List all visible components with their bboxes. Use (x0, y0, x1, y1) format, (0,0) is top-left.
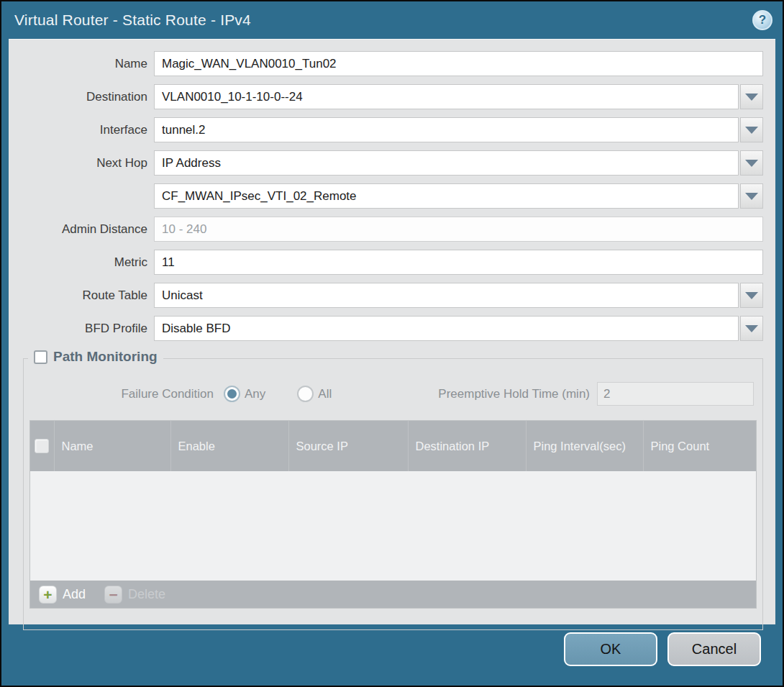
add-plus-icon: + (39, 586, 57, 604)
failure-condition-row: Failure Condition Any All Preemptive Hol… (29, 382, 754, 406)
static-route-dialog: Virtual Router - Static Route - IPv4 ? N… (0, 0, 784, 687)
route-table-label: Route Table (9, 288, 147, 303)
admin-distance-label: Admin Distance (9, 222, 147, 237)
chevron-down-icon (745, 193, 758, 200)
delete-button[interactable]: − Delete (104, 586, 165, 604)
preemptive-hold-time-input[interactable] (597, 382, 754, 406)
interface-dropdown-button[interactable] (740, 117, 763, 142)
dialog-content: Name Destination Interface (9, 39, 775, 624)
bfd-profile-input[interactable] (154, 316, 739, 341)
next-hop-dropdown-button[interactable] (740, 150, 763, 176)
delete-button-label: Delete (128, 587, 165, 602)
destination-label: Destination (9, 90, 147, 104)
ok-button[interactable]: OK (564, 632, 657, 666)
chevron-down-icon (745, 160, 758, 167)
bfd-profile-row: BFD Profile (9, 316, 763, 341)
dialog-titlebar: Virtual Router - Static Route - IPv4 ? (1, 1, 783, 39)
destination-row: Destination (9, 84, 763, 109)
route-table-input[interactable] (154, 283, 739, 308)
metric-row: Metric (9, 250, 763, 275)
table-body-empty (30, 471, 756, 581)
metric-input[interactable] (154, 250, 763, 275)
failure-condition-any-radio[interactable] (224, 386, 240, 402)
preemptive-hold-time-label: Preemptive Hold Time (min) (438, 387, 590, 401)
column-header-ping-interval[interactable]: Ping Interval(sec) (526, 421, 643, 471)
bfd-profile-label: BFD Profile (9, 322, 147, 336)
next-hop-type-input[interactable] (154, 150, 739, 176)
admin-distance-row: Admin Distance (9, 217, 763, 242)
dialog-title: Virtual Router - Static Route - IPv4 (14, 12, 251, 29)
next-hop-row: Next Hop (9, 150, 763, 176)
name-label: Name (9, 57, 147, 71)
table-footer-bar: + Add − Delete (30, 581, 756, 608)
name-row: Name (9, 51, 763, 76)
select-all-checkbox[interactable] (35, 439, 49, 453)
add-button[interactable]: + Add (39, 586, 86, 604)
failure-condition-radios: Any All (224, 386, 359, 402)
column-header-source-ip[interactable]: Source IP (288, 421, 408, 471)
next-hop-label: Next Hop (9, 156, 147, 170)
failure-condition-label: Failure Condition (29, 387, 214, 401)
chevron-down-icon (745, 325, 758, 332)
column-header-ping-count[interactable]: Ping Count (643, 421, 756, 471)
path-monitoring-group: Path Monitoring Failure Condition Any Al… (23, 358, 763, 630)
destination-input[interactable] (154, 84, 739, 109)
path-monitoring-title: Path Monitoring (53, 349, 158, 365)
chevron-down-icon (745, 127, 758, 134)
chevron-down-icon (745, 94, 758, 101)
help-icon[interactable]: ? (752, 10, 772, 30)
failure-condition-any-label: Any (245, 387, 265, 401)
name-input[interactable] (154, 51, 763, 76)
interface-row: Interface (9, 117, 763, 142)
route-table-dropdown-button[interactable] (740, 283, 763, 308)
next-hop-address-dropdown-button[interactable] (740, 183, 763, 209)
interface-input[interactable] (154, 117, 739, 142)
next-hop-address-input[interactable] (154, 183, 739, 209)
help-icon-glyph: ? (759, 13, 766, 27)
delete-minus-icon: − (104, 586, 122, 604)
route-table-row: Route Table (9, 283, 763, 308)
next-hop-address-row (9, 183, 763, 209)
table-header-row: Name Enable Source IP Destination IP Pin… (30, 421, 756, 471)
failure-condition-all-radio[interactable] (297, 386, 314, 402)
column-header-enable[interactable]: Enable (170, 421, 288, 471)
bfd-profile-dropdown-button[interactable] (740, 316, 763, 341)
path-monitoring-checkbox[interactable] (34, 350, 47, 364)
cancel-button[interactable]: Cancel (667, 632, 761, 666)
path-monitoring-table: Name Enable Source IP Destination IP Pin… (29, 420, 757, 609)
metric-label: Metric (9, 255, 147, 270)
failure-condition-all-label: All (318, 387, 332, 401)
path-monitoring-legend: Path Monitoring (28, 349, 163, 365)
interface-label: Interface (9, 123, 147, 137)
destination-dropdown-button[interactable] (740, 84, 763, 109)
chevron-down-icon (745, 292, 758, 299)
dialog-footer: OK Cancel (1, 624, 783, 686)
add-button-label: Add (63, 587, 86, 602)
route-form: Name Destination Interface (9, 40, 775, 341)
column-header-destination-ip[interactable]: Destination IP (408, 421, 526, 471)
column-header-name[interactable]: Name (54, 421, 170, 471)
admin-distance-input[interactable] (154, 217, 763, 242)
